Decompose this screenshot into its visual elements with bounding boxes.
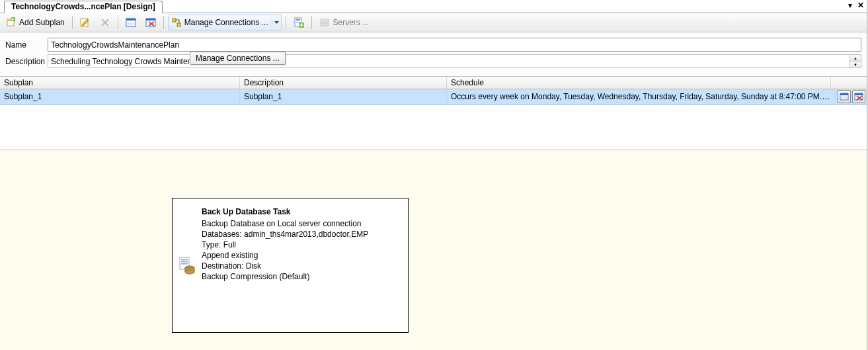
add-subplan-label: Add Subplan <box>19 18 65 27</box>
svg-rect-12 <box>173 19 176 22</box>
manage-connections-dropdown-icon[interactable] <box>272 19 281 27</box>
row-remove-schedule-button[interactable] <box>852 90 865 103</box>
column-header-description[interactable]: Description <box>240 77 447 89</box>
svg-rect-20 <box>321 23 329 26</box>
add-subplan-icon <box>6 17 17 28</box>
task-line: Backup Compression (Default) <box>202 271 399 282</box>
column-header-schedule[interactable]: Schedule <box>447 77 831 89</box>
manage-connections-button[interactable]: Manage Connections ... <box>168 15 282 30</box>
description-label: Description <box>5 57 48 66</box>
task-line: Destination: Disk <box>202 261 399 271</box>
column-header-subplan[interactable]: Subplan <box>0 77 240 89</box>
calendar-icon <box>840 92 849 101</box>
svg-rect-31 <box>181 261 188 263</box>
task-title: Back Up Database Task <box>202 206 399 217</box>
description-input[interactable] <box>48 55 849 67</box>
tab-title: TechnologyCrowds...ncePlan [Design] <box>11 2 155 11</box>
svg-rect-16 <box>296 21 300 21</box>
edit-subplan-button[interactable] <box>77 15 94 30</box>
tab-design[interactable]: TechnologyCrowds...ncePlan [Design] <box>4 1 163 13</box>
add-subplan-button[interactable]: Add Subplan <box>3 15 68 30</box>
calendar-icon <box>126 17 136 28</box>
column-header-actions <box>831 77 867 89</box>
svg-rect-32 <box>181 263 188 265</box>
backup-database-task[interactable]: Back Up Database Task Backup Database on… <box>172 198 409 333</box>
cell-subplan[interactable]: Subplan_1 <box>0 91 240 103</box>
description-spin-down[interactable]: ▼ <box>850 62 861 67</box>
task-icon <box>175 206 198 324</box>
name-label: Name <box>5 40 48 50</box>
servers-label: Servers ... <box>333 18 369 27</box>
task-line: Databases: admin_ths4mar2013,dbdoctor,EM… <box>202 229 399 240</box>
svg-rect-13 <box>177 23 180 26</box>
svg-rect-15 <box>296 19 300 20</box>
svg-rect-5 <box>126 19 136 21</box>
manage-connections-tooltip: Manage Connections ... <box>190 52 286 65</box>
report-icon <box>294 17 304 28</box>
task-line: Append existing <box>202 250 399 261</box>
cell-description[interactable]: Subplan_1 <box>240 91 447 103</box>
svg-rect-11 <box>146 19 155 21</box>
close-icon[interactable]: ✕ <box>857 1 864 10</box>
remove-schedule-button[interactable] <box>142 15 159 30</box>
task-line: Type: Full <box>202 240 399 250</box>
cell-schedule[interactable]: Occurs every week on Monday, Tuesday, We… <box>447 91 836 103</box>
svg-rect-28 <box>855 93 863 95</box>
svg-rect-17 <box>296 22 300 22</box>
delete-subplan-button <box>97 15 114 30</box>
svg-rect-19 <box>321 19 329 22</box>
calendar-remove-icon <box>145 17 156 28</box>
svg-point-35 <box>185 270 194 274</box>
pencil-icon <box>80 17 91 28</box>
task-details: Back Up Database Task Backup Database on… <box>198 206 399 324</box>
delete-x-icon <box>100 17 110 28</box>
window-menu-icon[interactable]: ▾ <box>848 1 852 10</box>
name-input[interactable] <box>48 38 861 52</box>
manage-connections-label: Manage Connections ... <box>184 18 268 27</box>
reporting-button[interactable] <box>290 15 307 30</box>
schedule-button[interactable] <box>122 15 139 30</box>
description-spin-up[interactable]: ▲ <box>850 55 861 62</box>
design-canvas[interactable]: Back Up Database Task Backup Database on… <box>0 150 867 350</box>
connections-icon <box>171 17 182 28</box>
subplan-row[interactable]: Subplan_1 Subplan_1 Occurs every week on… <box>0 89 867 105</box>
servers-button: Servers ... <box>316 15 372 30</box>
servers-icon <box>319 17 330 28</box>
svg-rect-22 <box>840 93 848 95</box>
calendar-remove-icon <box>854 92 863 101</box>
svg-rect-30 <box>181 259 188 261</box>
row-schedule-button[interactable] <box>838 90 851 103</box>
task-line: Backup Database on Local server connecti… <box>202 218 399 229</box>
